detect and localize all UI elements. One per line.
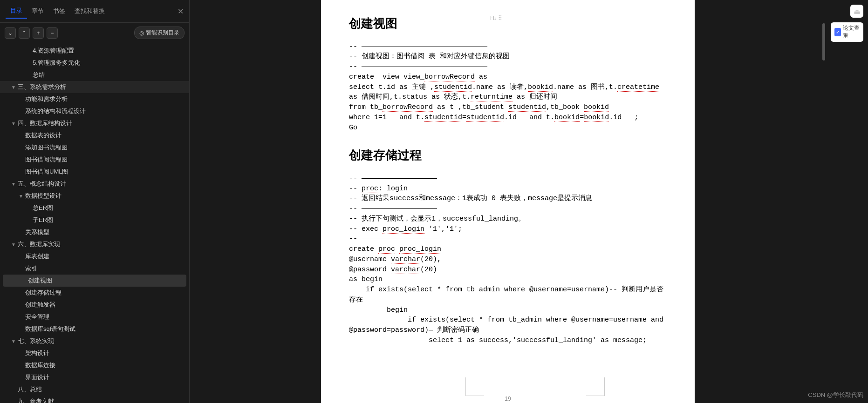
tree-item[interactable]: 九、参考文献 [0,396,189,403]
code-block-proc: -- ——————————————————-- proc: login-- 返回… [349,174,667,346]
tree-item[interactable]: ▼五、概念结构设计 [0,178,189,190]
tree-item[interactable]: 添加图书流程图 [0,141,189,154]
sidebar: 目录 章节 书签 查找和替换 ✕ ⌄ ⌃ + − ◎ 智能识别目录 4.资源管理… [0,0,190,403]
chevron-icon[interactable]: ▼ [11,181,18,187]
tree-item-label: 七、系统实现 [18,337,54,345]
tree-item[interactable]: 系统的结构和流程设计 [0,105,189,117]
chevron-icon[interactable]: ▼ [11,339,18,344]
tree-item[interactable]: 4.资源管理配置 [0,45,189,57]
tree-item-label: 添加图书流程图 [25,143,68,152]
tree-item[interactable]: ▼六、数据库实现 [0,238,189,250]
right-toolbar: ⏏ ✓ 论文查重 [826,0,868,403]
tree-item-label: 界面设计 [25,373,49,382]
tree-item[interactable]: 子ER图 [0,214,189,226]
tree-item-label: 六、数据库实现 [18,240,60,249]
tree-item[interactable]: ▼七、系统实现 [0,335,189,347]
tree-item-label: 创建视图 [28,276,52,285]
tree-item[interactable]: 索引 [0,262,189,275]
code-block-view: -- ——————————————————————————————-- 创建视图… [349,42,667,133]
remove-button[interactable]: − [47,27,58,39]
tree-item[interactable]: 数据表的设计 [0,129,189,141]
tree-item-label: 总结 [33,71,45,79]
expand-button[interactable]: ⌄ [5,27,16,39]
document-area: H₂ ⠿ 创建视图 -- ———————————————————————————… [190,0,826,403]
tree-item[interactable]: 5.管理服务多元化 [0,57,189,69]
tree-item[interactable]: 创建触发器 [0,299,189,311]
heading-level-badge[interactable]: H₂ ⠿ [490,15,502,21]
tree-item-label: 总ER图 [33,204,53,212]
tree-item-label: 索引 [25,264,37,273]
chevron-icon[interactable]: ▼ [11,121,18,126]
tree-item-label: 子ER图 [33,216,53,224]
page-number: 19 [505,396,511,402]
tree-item[interactable]: 创建视图 [3,275,186,287]
check-icon: ✓ [834,28,841,36]
sidebar-tabs: 目录 章节 书签 查找和替换 ✕ [0,0,189,23]
tree-item-label: 数据表的设计 [25,131,62,140]
target-icon: ◎ [139,30,144,36]
tree-item[interactable]: 总ER图 [0,202,189,214]
tree-item-label: 五、概念结构设计 [18,180,66,188]
check-label: 论文查重 [843,24,860,40]
tree-item-label: 库表创建 [25,252,49,261]
sidebar-toolbar: ⌄ ⌃ + − ◎ 智能识别目录 [0,23,189,43]
tree-item[interactable]: 创建存储过程 [0,287,189,299]
smart-label: 智能识别目录 [146,29,179,37]
tree-item[interactable]: 图书借阅UML图 [0,166,189,178]
tree-item[interactable]: 库表创建 [0,250,189,262]
page-corner [465,377,484,396]
tree-item-label: 系统的结构和流程设计 [25,107,86,115]
tree-item[interactable]: 总结 [0,69,189,81]
tree-item-label: 创建存储过程 [25,289,62,297]
heading-create-view: 创建视图 [349,14,667,34]
scrollbar-thumb[interactable] [822,23,825,60]
upload-icon: ⏏ [854,7,861,16]
tree-item[interactable]: 图书借阅流程图 [0,154,189,166]
tree-item-label: 关系模型 [25,228,49,236]
tree-item[interactable]: 数据库sql语句测试 [0,323,189,335]
tree-item-label: 5.管理服务多元化 [33,59,80,67]
tree-item-label: 九、参考文献 [18,397,54,403]
tree-item[interactable]: 数据库连接 [0,359,189,371]
tree-item[interactable]: 安全管理 [0,311,189,323]
outline-tree[interactable]: 4.资源管理配置5.管理服务多元化总结▼三、系统需求分析功能和需求分析系统的结构… [0,43,189,403]
watermark: CSDN @学长敲代码 [808,391,863,399]
chevron-icon[interactable]: ▼ [11,85,18,90]
chevron-icon[interactable]: ▼ [11,242,18,247]
tree-item-label: 功能和需求分析 [25,95,68,103]
tree-item-label: 安全管理 [25,313,49,321]
add-button[interactable]: + [33,27,44,39]
page-corner [586,377,605,396]
tree-item[interactable]: ▼数据模型设计 [0,190,189,202]
tree-item-label: 图书借阅UML图 [25,168,68,176]
tree-item[interactable]: 架构设计 [0,347,189,359]
scrollbar[interactable] [822,0,825,403]
tree-item-label: 三、系统需求分析 [18,83,66,91]
tree-item-label: 创建触发器 [25,301,55,309]
tree-item[interactable]: 八、总结 [0,383,189,396]
smart-detect-button[interactable]: ◎ 智能识别目录 [134,27,185,39]
tab-chapter[interactable]: 章节 [27,4,48,18]
tree-item[interactable]: 关系模型 [0,226,189,238]
tree-item[interactable]: 功能和需求分析 [0,93,189,105]
tree-item-label: 数据库sql语句测试 [25,325,75,333]
plagiarism-check-button[interactable]: ✓ 论文查重 [831,22,863,42]
tab-toc[interactable]: 目录 [6,4,27,19]
tab-bookmark[interactable]: 书签 [48,4,70,18]
tree-item-label: 数据库连接 [25,361,55,369]
tree-item-label: 四、数据库结构设计 [18,119,72,128]
tree-item-label: 数据模型设计 [25,192,62,200]
close-icon[interactable]: ✕ [178,7,184,16]
chevron-icon[interactable]: ▼ [19,194,25,199]
tree-item[interactable]: 界面设计 [0,371,189,383]
tree-item-label: 4.资源管理配置 [33,47,74,55]
tree-item[interactable]: ▼四、数据库结构设计 [0,117,189,129]
collapse-button[interactable]: ⌃ [19,27,30,39]
export-button[interactable]: ⏏ [850,5,863,18]
document-page[interactable]: 创建视图 -- ——————————————————————————————--… [321,0,695,403]
heading-create-proc: 创建存储过程 [349,146,667,165]
tree-item-label: 图书借阅流程图 [25,155,68,164]
tab-find[interactable]: 查找和替换 [70,4,109,18]
tree-item[interactable]: ▼三、系统需求分析 [0,81,189,93]
tree-item-label: 八、总结 [18,385,42,394]
